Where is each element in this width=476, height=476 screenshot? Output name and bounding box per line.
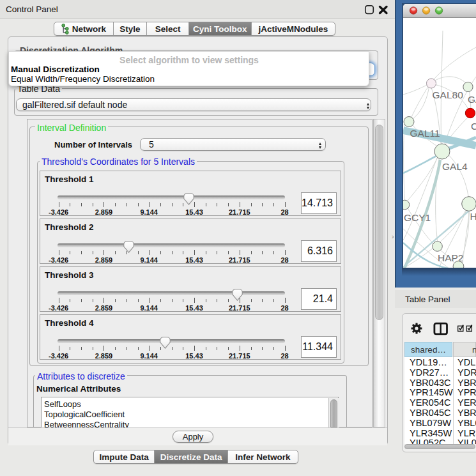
svg-text:C: C	[471, 121, 476, 132]
svg-text:HAP2: HAP2	[438, 252, 464, 263]
svg-text:GAL80: GAL80	[433, 89, 464, 100]
svg-text:GA: GA	[468, 94, 476, 105]
svg-text:H: H	[470, 211, 476, 222]
svg-text:GAL11: GAL11	[410, 128, 440, 139]
svg-text:GCY1: GCY1	[404, 212, 431, 223]
svg-text:GAL4: GAL4	[442, 161, 468, 172]
